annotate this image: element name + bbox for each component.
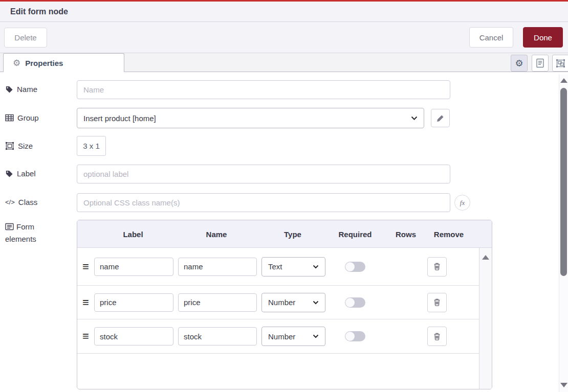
table-grid-icon	[5, 114, 14, 122]
form-elements-table-body: ≡ Text	[77, 248, 492, 389]
form-element-row: ≡ Text	[77, 248, 479, 286]
name-field-label: Name	[5, 85, 37, 94]
chevron-down-icon	[411, 116, 418, 121]
drag-handle-icon[interactable]: ≡	[82, 261, 89, 272]
toggle-knob	[345, 262, 355, 271]
element-label-input[interactable]	[94, 293, 173, 312]
done-button[interactable]: Done	[523, 27, 563, 48]
size-field-label: Size	[5, 142, 33, 150]
class-field-label: </> Class	[5, 198, 37, 206]
class-input[interactable]	[77, 193, 450, 212]
scroll-up-arrow-icon[interactable]	[482, 255, 489, 260]
dialog-scrollbar[interactable]	[559, 75, 568, 392]
toggle-knob	[345, 298, 355, 307]
group-select-value: Insert product [home]	[83, 114, 156, 123]
description-pane-button[interactable]	[532, 55, 549, 72]
column-header-required: Required	[338, 229, 372, 238]
tab-strip: ⚙ Properties ⚙	[0, 53, 568, 72]
required-toggle[interactable]	[345, 262, 365, 272]
table-scrollbar[interactable]	[479, 248, 492, 389]
edit-group-button[interactable]	[431, 109, 450, 127]
tag-icon	[5, 85, 13, 94]
size-button[interactable]: 3 x 1	[77, 136, 106, 156]
pencil-icon	[436, 114, 444, 122]
element-type-select[interactable]: Number	[261, 293, 325, 312]
dialog-button-bar: Delete Cancel Done	[0, 22, 568, 53]
chevron-down-icon	[313, 334, 319, 338]
label-input[interactable]	[77, 165, 450, 183]
column-header-type: Type	[284, 229, 301, 238]
scrollbar-thumb[interactable]	[560, 88, 567, 276]
required-toggle[interactable]	[345, 331, 365, 341]
dialog-title: Edit form node	[10, 7, 68, 16]
tag-icon	[5, 170, 13, 178]
toggle-knob	[345, 332, 355, 341]
group-select[interactable]: Insert product [home]	[77, 108, 424, 128]
remove-row-button[interactable]	[427, 293, 447, 312]
appearance-pane-button[interactable]	[552, 55, 568, 72]
element-name-input[interactable]	[178, 258, 257, 276]
trash-icon	[433, 332, 441, 341]
element-type-select[interactable]: Number	[261, 327, 325, 346]
drag-handle-icon[interactable]: ≡	[82, 297, 89, 308]
object-group-icon	[556, 59, 565, 68]
trash-icon	[433, 298, 441, 307]
dialog-header: Edit form node	[0, 2, 568, 22]
form-elements-table: Label Name Type Required Rows Remove ≡ T…	[77, 220, 492, 389]
object-group-icon	[5, 142, 14, 150]
element-label-input[interactable]	[94, 327, 173, 345]
tab-properties-label: Properties	[25, 59, 63, 67]
remove-row-button[interactable]	[427, 257, 447, 276]
list-alt-icon	[5, 223, 14, 230]
code-icon: </>	[5, 198, 15, 206]
label-field-label: Label	[5, 169, 36, 178]
properties-pane-button[interactable]: ⚙	[511, 55, 528, 72]
group-field-label: Group	[5, 113, 39, 122]
form-element-row: ≡ Number	[77, 286, 479, 319]
trash-icon	[433, 262, 441, 271]
element-type-value: Text	[268, 262, 282, 271]
chevron-down-icon	[313, 265, 319, 269]
element-type-value: Number	[268, 298, 295, 307]
drag-handle-icon[interactable]: ≡	[82, 331, 89, 342]
element-name-input[interactable]	[178, 293, 257, 312]
scroll-down-arrow-icon[interactable]	[560, 383, 567, 387]
column-header-rows: Rows	[396, 229, 416, 238]
required-toggle[interactable]	[345, 297, 365, 308]
column-header-label: Label	[123, 229, 143, 238]
document-icon	[536, 58, 544, 68]
name-input[interactable]	[77, 80, 450, 99]
column-header-name: Name	[206, 229, 227, 238]
tab-properties[interactable]: ⚙ Properties	[3, 53, 124, 72]
element-type-value: Number	[268, 332, 295, 341]
gear-icon: ⚙	[515, 59, 523, 68]
remove-row-button[interactable]	[427, 327, 447, 346]
gear-icon: ⚙	[13, 59, 20, 67]
chevron-down-icon	[313, 301, 319, 305]
form-element-rows: ≡ Text	[77, 248, 479, 354]
element-label-input[interactable]	[94, 258, 173, 276]
delete-button[interactable]: Delete	[4, 28, 47, 48]
scroll-up-arrow-icon[interactable]	[560, 78, 567, 83]
form-element-row: ≡ Number	[77, 319, 479, 354]
column-header-remove: Remove	[434, 229, 464, 238]
form-elements-table-header: Label Name Type Required Rows Remove	[77, 220, 492, 248]
expression-fx-button[interactable]: fx	[454, 195, 470, 211]
element-type-select[interactable]: Text	[261, 257, 325, 276]
cancel-button[interactable]: Cancel	[469, 27, 513, 48]
element-name-input[interactable]	[178, 327, 257, 345]
edit-form-node-dialog: Edit form node Delete Cancel Done ⚙ Prop…	[0, 0, 568, 392]
form-elements-section-label: Form elements	[5, 221, 54, 245]
